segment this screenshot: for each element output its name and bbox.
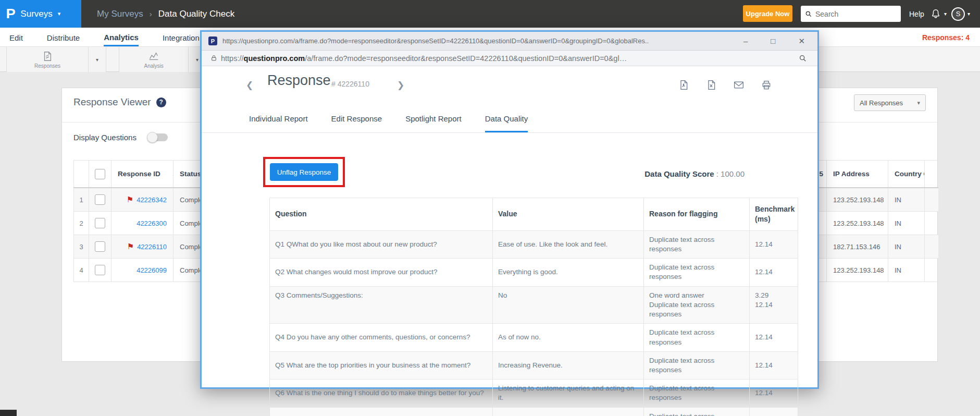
breadcrumb-my-surveys[interactable]: My Surveys — [97, 9, 143, 19]
print-icon[interactable] — [761, 80, 772, 90]
export-actions — [678, 80, 772, 90]
column-header-ip[interactable]: IP Address — [827, 161, 888, 187]
value-cell: Everything is good. — [493, 259, 644, 286]
question-cell: Q1 QWhat do you like most about our new … — [269, 231, 493, 258]
menu-item-analytics[interactable]: Analytics — [104, 28, 139, 46]
row-checkbox[interactable] — [95, 194, 105, 205]
reason-cell: Duplicate text across responses — [644, 231, 750, 258]
all-responses-select[interactable]: All Responses ▾ — [854, 94, 926, 111]
benchmark-cell: 12.14 — [750, 324, 798, 351]
value-cell: Ease of use. Like the look and feel. — [493, 231, 644, 258]
question-cell: Q7 Comments/Suggestions: — [269, 408, 493, 416]
menu-item-integration[interactable]: Integration — [163, 29, 200, 45]
menu-item-distribute[interactable]: Distribute — [47, 29, 80, 45]
toggle-knob — [147, 132, 158, 143]
select-all-checkbox[interactable] — [95, 169, 105, 179]
response-id-link[interactable]: 42226099 — [137, 266, 167, 274]
account-menu[interactable]: S ▾ — [951, 0, 970, 28]
menu-item-edit[interactable]: Edit — [9, 29, 23, 45]
notifications-menu[interactable]: ▾ — [930, 0, 947, 28]
product-name: Surveys — [20, 9, 52, 19]
table-row: Q4 Do you have any other comments, quest… — [269, 324, 798, 351]
display-questions-row: Display Questions — [73, 133, 168, 142]
data-quality-table: Question Value Reason for flagging Bench… — [269, 198, 798, 416]
responses-tool-dropdown[interactable]: ▾ — [88, 47, 106, 72]
benchmark-cell: 12.14 — [750, 352, 798, 379]
question-cell: Q6 What is the one thing I should do to … — [269, 380, 493, 407]
value-cell: Increasing Revenue. — [493, 352, 644, 379]
chevron-down-icon: ▾ — [58, 10, 61, 17]
zoom-icon[interactable] — [799, 54, 807, 63]
email-icon[interactable] — [734, 80, 744, 90]
chevron-down-icon: ▾ — [944, 11, 947, 17]
ip-cell: 182.71.153.146 — [827, 235, 888, 258]
row-checkbox[interactable] — [95, 265, 105, 275]
question-cell: Q4 Do you have any other comments, quest… — [269, 324, 493, 351]
page-title: Response Viewer — [73, 96, 151, 108]
table-row: Q1 QWhat do you like most about our new … — [269, 231, 798, 259]
value-cell: As of now no. — [493, 324, 644, 351]
window-titlebar[interactable]: P https://questionpro.com/a/frame.do?mod… — [202, 32, 817, 51]
row-number: 3 — [73, 235, 89, 258]
product-switcher[interactable]: P Surveys ▾ — [0, 0, 81, 28]
upgrade-now-button[interactable]: Upgrade Now — [743, 5, 792, 22]
chevron-down-icon: ▾ — [967, 11, 970, 17]
row-checkbox[interactable] — [95, 241, 105, 252]
row-checkbox[interactable] — [95, 218, 105, 228]
address-url: https://questionpro.com/a/frame.do?mode=… — [221, 54, 799, 63]
responses-tool-button[interactable]: Responses — [7, 47, 88, 72]
analysis-tool-button[interactable]: Analysis — [119, 47, 188, 72]
response-id-link[interactable]: 42226342 — [137, 196, 167, 204]
document-icon — [42, 51, 53, 62]
tab-edit-response[interactable]: Edit Response — [331, 114, 382, 132]
table-row: Q7 Comments/Suggestions: Nothing. Duplic… — [269, 408, 798, 416]
ip-cell: 123.252.193.148 — [827, 188, 888, 211]
table-row: Q2 What changes would most improve our p… — [269, 259, 798, 286]
country-cell: IN — [888, 259, 925, 282]
column-header-country[interactable]: Country Co — [888, 161, 925, 187]
reason-cell: Duplicate text across responses — [644, 408, 750, 416]
pdf-export-icon[interactable] — [678, 80, 689, 90]
value-cell: Nothing. — [493, 408, 644, 416]
ip-cell: 123.252.193.148 — [827, 212, 888, 235]
app-screen: P Surveys ▾ My Surveys › Data Quality Ch… — [0, 0, 980, 416]
line-chart-icon — [148, 51, 159, 62]
help-icon[interactable]: ? — [156, 97, 166, 107]
column-header-response-id[interactable]: Response ID ▲ — [111, 161, 173, 187]
value-cell: No — [493, 287, 644, 324]
address-bar[interactable]: https://questionpro.com/a/frame.do?mode=… — [202, 51, 817, 66]
reason-cell: Duplicate text across responses — [644, 259, 750, 286]
close-button[interactable]: ✕ — [798, 37, 805, 45]
flag-icon: ⚑ — [127, 242, 134, 251]
maximize-button[interactable]: □ — [771, 37, 775, 45]
benchmark-cell: 12.14 — [750, 408, 798, 416]
response-id-link[interactable]: 42226300 — [137, 219, 167, 227]
unflag-response-button[interactable]: Unflag Response — [270, 163, 338, 181]
display-questions-label: Display Questions — [73, 133, 137, 142]
tab-data-quality[interactable]: Data Quality — [485, 114, 528, 132]
tab-spotlight-report[interactable]: Spotlight Report — [405, 114, 462, 132]
excel-export-icon[interactable] — [706, 80, 716, 90]
question-cell: Q3 Comments/Suggestions: — [269, 287, 493, 324]
response-tabs: Individual Report Edit Response Spotligh… — [202, 114, 817, 133]
response-header: ❮ Response # 42226110 ❯ — [202, 66, 817, 113]
next-response-button[interactable]: ❯ — [397, 80, 404, 91]
table-row: Q3 Comments/Suggestions: No One word ans… — [269, 287, 798, 324]
table-header-row: Question Value Reason for flagging Bench… — [269, 198, 798, 231]
response-id-link[interactable]: 42226110 — [137, 243, 167, 251]
bell-icon — [930, 8, 941, 20]
question-cell: Q5 What are the top priorities in your b… — [269, 352, 493, 379]
search-input[interactable] — [815, 10, 888, 18]
question-cell: Q2 What changes would most improve our p… — [269, 259, 493, 286]
all-responses-value: All Responses — [860, 99, 903, 107]
previous-response-button[interactable]: ❮ — [246, 80, 253, 91]
minimize-button[interactable]: – — [743, 37, 748, 45]
flag-icon: ⚑ — [127, 195, 133, 204]
help-link[interactable]: Help — [909, 0, 924, 28]
country-cell: IN — [888, 212, 925, 235]
top-navigation-bar: P Surveys ▾ My Surveys › Data Quality Ch… — [0, 0, 980, 28]
benchmark-cell: 12.14 — [750, 259, 798, 286]
breadcrumb-separator-icon: › — [150, 9, 152, 18]
display-questions-toggle[interactable] — [148, 133, 168, 141]
tab-individual-report[interactable]: Individual Report — [249, 114, 308, 132]
